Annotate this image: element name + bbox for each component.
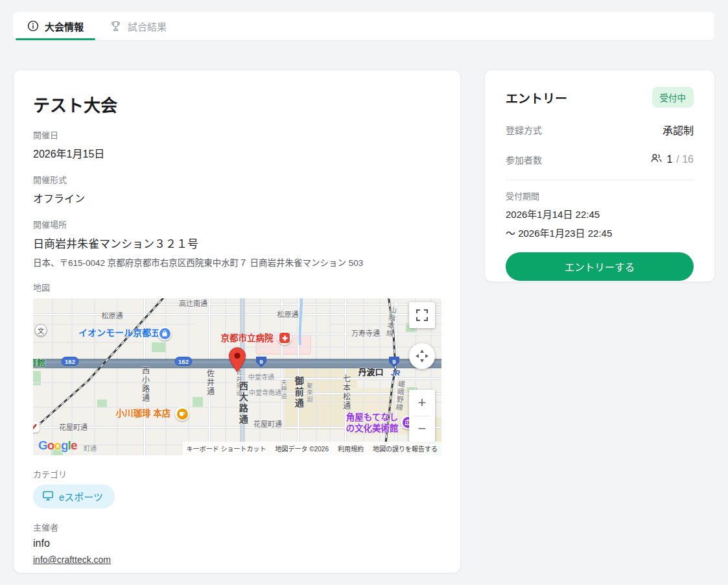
registration-label: 登録方式 <box>506 123 542 136</box>
category-label: カテゴリ <box>33 468 441 480</box>
tournament-title: テスト大会 <box>33 92 441 116</box>
status-badge: 受付中 <box>652 87 694 108</box>
terms-link[interactable]: 利用規約 <box>338 444 364 453</box>
venue-name: 日商岩井朱雀マンション３２１号 <box>33 235 441 251</box>
participants-icon <box>650 152 663 167</box>
map-base-layer <box>33 298 441 455</box>
participants-row: 参加者数 1 / 16 <box>506 152 694 167</box>
pan-icon <box>415 349 429 363</box>
venue-address: 日本、〒615-0042 京都府京都市右京区西院東中水町７ 日商岩井朱雀マンショ… <box>33 256 441 269</box>
registration-row: 登録方式 承認制 <box>506 122 694 137</box>
destination-marker[interactable] <box>229 347 246 372</box>
period-label: 受付期間 <box>506 189 694 202</box>
tab-match-results[interactable]: 試合結果 <box>97 12 180 40</box>
keyboard-shortcuts-link[interactable]: キーボード ショートカット <box>187 444 266 453</box>
entry-card: エントリー 受付中 登録方式 承認制 参加者数 1 / 16 受付期間 2026… <box>484 69 715 282</box>
entry-title: エントリー <box>506 89 567 106</box>
period-start: 2026年1月14日 22:45 <box>506 207 694 221</box>
map-attribution: キーボード ショートカット 地図データ ©2026 利用規約 地図の誤りを報告す… <box>183 442 441 455</box>
category-field: カテゴリ eスポーツ <box>33 468 441 508</box>
map-field: 地図 <box>33 281 441 455</box>
google-logo[interactable]: Google <box>38 438 76 453</box>
map-data-label: 地図データ ©2026 <box>276 444 329 453</box>
report-error-link[interactable]: 地図の誤りを報告する <box>373 444 438 453</box>
format-value: オフライン <box>33 190 441 206</box>
organizer-label: 主催者 <box>33 521 441 533</box>
date-field: 開催日 2026年1月15日 <box>33 128 441 161</box>
coffee-icon[interactable] <box>175 407 189 421</box>
map-label: 地図 <box>33 281 441 293</box>
jr-icon[interactable]: JR <box>391 369 400 377</box>
category-value: eスポーツ <box>59 490 103 503</box>
format-field: 開催形式 オフライン <box>33 173 441 206</box>
fullscreen-icon <box>416 309 428 321</box>
tab-label: 大会情報 <box>45 19 84 33</box>
entry-button[interactable]: エントリーする <box>506 252 694 281</box>
trophy-icon <box>110 20 122 32</box>
entry-divider <box>506 180 694 180</box>
organizer-field: 主催者 info info@craftteck.com <box>33 521 441 566</box>
fullscreen-button[interactable] <box>409 302 435 328</box>
venue-field: 開催場所 日商岩井朱雀マンション３２１号 日本、〒615-0042 京都府京都市… <box>33 218 441 269</box>
tab-tournament-info[interactable]: 大会情報 <box>14 12 97 40</box>
zoom-control: + − <box>409 390 435 442</box>
zoom-in-button[interactable]: + <box>409 390 435 416</box>
active-tab-underline <box>16 38 95 40</box>
format-label: 開催形式 <box>33 173 441 185</box>
participants-current: 1 <box>666 154 672 165</box>
venue-label: 開催場所 <box>33 218 441 230</box>
date-label: 開催日 <box>33 128 441 141</box>
organizer-email-link[interactable]: info@craftteck.com <box>33 555 111 565</box>
school-icon[interactable]: 文 <box>35 324 47 337</box>
monitor-icon <box>42 490 54 503</box>
hospital-icon[interactable] <box>277 331 292 345</box>
mall-icon[interactable] <box>158 326 172 340</box>
category-badge: eスポーツ <box>33 484 115 508</box>
participants-total: / 16 <box>676 154 694 165</box>
period-end: 〜 2026年1月23日 22:45 <box>506 226 694 239</box>
registration-value: 承認制 <box>663 122 694 137</box>
google-map[interactable]: 高辻南通松原通松原通万寿寺通イオンモール京都五条京都市立病院小川珈琲 本店角屋も… <box>33 298 441 455</box>
pan-control[interactable] <box>409 343 435 369</box>
organizer-name: info <box>33 538 441 549</box>
tournament-info-card: テスト大会 開催日 2026年1月15日 開催形式 オフライン 開催場所 日商岩… <box>13 69 461 573</box>
tab-label: 試合結果 <box>128 19 167 33</box>
info-icon <box>27 20 39 32</box>
shrine-icon[interactable] <box>33 421 40 433</box>
tab-bar: 大会情報 試合結果 <box>13 12 714 40</box>
participants-label: 参加者数 <box>506 153 542 166</box>
zoom-out-button[interactable]: − <box>409 416 435 442</box>
date-value: 2026年1月15日 <box>33 145 441 161</box>
